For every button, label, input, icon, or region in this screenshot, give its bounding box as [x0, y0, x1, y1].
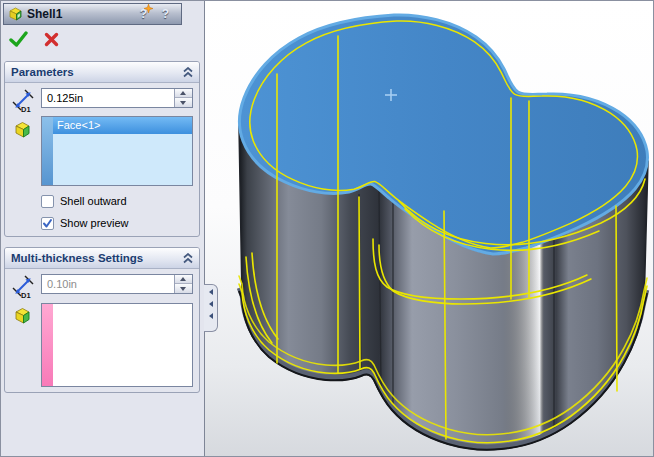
parameters-group: Parameters D1: [4, 61, 200, 237]
collapse-chevron-icon[interactable]: [182, 253, 194, 264]
ok-check-icon: [9, 31, 29, 48]
collapse-arrows-icon: [206, 288, 217, 328]
multi-thickness-faces-icon: [13, 306, 33, 326]
shell-thickness-input[interactable]: [42, 89, 172, 107]
multi-thickness-dimension-icon: D1: [11, 274, 37, 298]
cancel-button[interactable]: [43, 31, 65, 51]
cancel-x-icon: [43, 31, 60, 48]
checkmark-icon: [42, 218, 53, 229]
d1-label: D1: [21, 291, 31, 299]
model-view: [205, 1, 654, 457]
faces-to-remove-icon: [13, 120, 33, 140]
graphics-viewport[interactable]: [205, 1, 654, 457]
shell-outward-label: Shell outward: [60, 195, 127, 207]
shell-outward-checkbox-row[interactable]: Shell outward: [41, 194, 127, 208]
spin-up-button[interactable]: [175, 275, 192, 284]
shell-feature-icon: [7, 6, 23, 22]
multi-thickness-selection-list[interactable]: [53, 304, 192, 386]
selection-box-inactive-stripe: [42, 304, 53, 386]
spin-up-button[interactable]: [175, 89, 192, 98]
parameters-group-header[interactable]: Parameters: [5, 62, 199, 83]
multi-thickness-selection-box[interactable]: [41, 303, 193, 387]
thickness-dimension-icon: D1: [11, 88, 37, 112]
multi-thickness-group-title: Multi-thickness Settings: [11, 252, 143, 264]
help-pin-button[interactable]: ?: [140, 7, 147, 21]
collapse-chevron-icon[interactable]: [182, 67, 194, 78]
show-preview-checkbox-row[interactable]: Show preview: [41, 216, 128, 230]
multi-thickness-input[interactable]: [42, 275, 172, 293]
spin-down-button[interactable]: [175, 98, 192, 107]
feature-title: Shell1: [27, 7, 62, 21]
multi-thickness-group: Multi-thickness Settings D1: [4, 247, 200, 393]
selection-box-active-stripe: [42, 117, 53, 185]
solidworks-window: Shell1 ? ? Parameter: [0, 0, 654, 457]
spin-buttons: [174, 89, 192, 107]
selection-list[interactable]: Face<1>: [53, 117, 192, 185]
panel-collapse-tab[interactable]: [204, 284, 218, 332]
d1-label: D1: [21, 105, 31, 113]
faces-selection-box[interactable]: Face<1>: [41, 116, 193, 186]
feature-titlebar: Shell1 ? ?: [3, 3, 182, 25]
show-preview-checkbox[interactable]: [41, 217, 54, 230]
shell-outward-checkbox[interactable]: [41, 195, 54, 208]
shell-thickness-spinbox: [41, 88, 193, 108]
help-button[interactable]: ?: [162, 7, 169, 21]
selected-face-item[interactable]: Face<1>: [53, 117, 192, 134]
spin-down-button[interactable]: [175, 284, 192, 293]
ok-button[interactable]: [9, 31, 31, 51]
multi-thickness-spinbox: [41, 274, 193, 294]
property-manager-panel: Shell1 ? ? Parameter: [1, 1, 205, 457]
new-feature-star-icon: [144, 4, 153, 13]
show-preview-label: Show preview: [60, 217, 128, 229]
multi-thickness-group-header[interactable]: Multi-thickness Settings: [5, 248, 199, 269]
spin-buttons: [174, 275, 192, 293]
parameters-group-title: Parameters: [11, 66, 74, 78]
